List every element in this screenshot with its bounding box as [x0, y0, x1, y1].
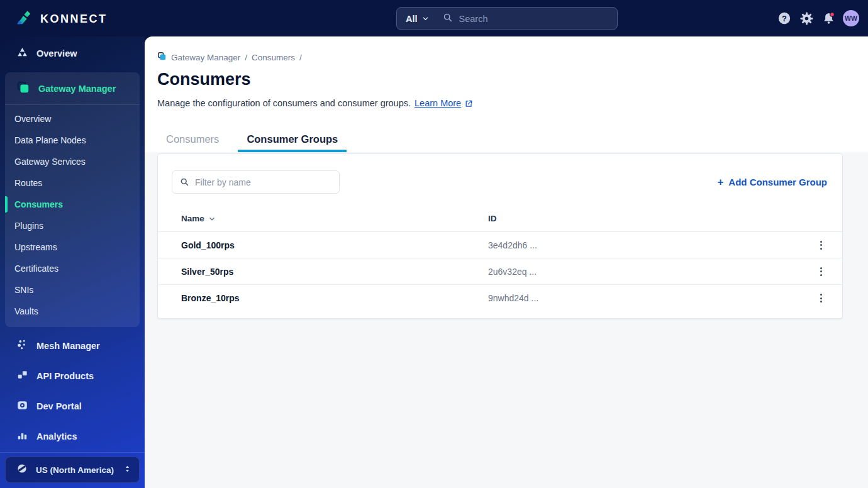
- sidebar-item-api-products[interactable]: API Products: [0, 361, 145, 391]
- help-icon[interactable]: ?: [777, 11, 792, 26]
- sidebar-item-label: API Products: [36, 371, 94, 381]
- user-avatar[interactable]: WW: [843, 10, 859, 26]
- subnav-item-snis[interactable]: SNIs: [5, 279, 140, 301]
- table-row[interactable]: Bronze_10rps 9nwhd24d ...: [158, 285, 842, 311]
- sidebar-item-label: Mesh Manager: [36, 341, 100, 351]
- sidebar-item-overview[interactable]: Overview: [0, 40, 145, 67]
- subnav-item-certificates[interactable]: Certificates: [5, 258, 140, 279]
- settings-gear-icon[interactable]: [799, 11, 814, 26]
- breadcrumb-separator: /: [245, 53, 247, 62]
- search-scope-dropdown[interactable]: All: [406, 14, 429, 24]
- row-id: 2u6v32eq ...: [488, 267, 815, 277]
- global-search[interactable]: All: [396, 7, 618, 30]
- column-header-name[interactable]: Name: [181, 214, 488, 223]
- row-id: 3e4d2dh6 ...: [488, 240, 815, 250]
- consumer-groups-card: + Add Consumer Group Name ID Gold_100rps…: [157, 153, 843, 319]
- search-icon: [180, 177, 189, 187]
- table-row[interactable]: Gold_100rps 3e4d2dh6 ...: [158, 232, 842, 258]
- row-name[interactable]: Gold_100rps: [181, 240, 488, 250]
- sort-chevron-icon: [208, 215, 216, 223]
- gateway-manager-breadcrumb-icon: [157, 52, 167, 63]
- notifications-bell-icon[interactable]: [821, 11, 836, 26]
- sidebar-item-gateway-manager[interactable]: Gateway Manager: [5, 72, 140, 105]
- region-label: US (North America): [36, 465, 114, 475]
- main-content: Gateway Manager / Consumers / Consumers …: [145, 36, 868, 488]
- topbar-actions: ? WW: [777, 0, 859, 36]
- consumer-groups-table: Name ID Gold_100rps 3e4d2dh6 ... Silver_…: [158, 206, 842, 311]
- subnav-item-routes[interactable]: Routes: [5, 172, 140, 194]
- add-consumer-group-button[interactable]: + Add Consumer Group: [717, 176, 827, 189]
- filter-by-name-input[interactable]: [195, 177, 327, 187]
- sidebar-item-label: Analytics: [36, 431, 77, 441]
- breadcrumb: Gateway Manager / Consumers /: [157, 52, 843, 63]
- sidebar-item-label: Gateway Manager: [38, 84, 116, 94]
- page-title: Consumers: [157, 70, 843, 88]
- globe-icon: [16, 463, 28, 477]
- gateway-manager-section: Gateway Manager Overview Data Plane Node…: [5, 72, 140, 327]
- updown-caret-icon: [123, 464, 131, 476]
- subnav-item-data-plane-nodes[interactable]: Data Plane Nodes: [5, 130, 140, 151]
- row-actions-kebab-icon[interactable]: [818, 238, 825, 252]
- breadcrumb-separator: /: [299, 53, 302, 62]
- search-icon: [443, 13, 453, 25]
- table-toolbar: + Add Consumer Group: [158, 154, 842, 206]
- svg-text:?: ?: [782, 14, 787, 23]
- sidebar-item-label: Overview: [36, 48, 77, 58]
- dev-portal-icon: [16, 399, 28, 413]
- page-header: Gateway Manager / Consumers / Consumers …: [145, 36, 868, 152]
- chevron-down-icon: [422, 15, 429, 22]
- content-body: + Add Consumer Group Name ID Gold_100rps…: [145, 152, 868, 488]
- kong-logo-icon: [14, 8, 33, 30]
- table-header-row: Name ID: [158, 206, 842, 232]
- plus-icon: +: [717, 176, 723, 189]
- row-actions-kebab-icon[interactable]: [818, 265, 825, 279]
- active-indicator: [5, 196, 8, 213]
- brand-wordmark: KONNECT: [40, 13, 108, 26]
- tab-bar: Consumers Consumer Groups: [157, 129, 843, 152]
- region-selector-area: US (North America): [0, 452, 145, 488]
- search-input[interactable]: [459, 14, 585, 24]
- analytics-icon: [16, 430, 28, 443]
- tab-consumer-groups[interactable]: Consumer Groups: [238, 129, 347, 152]
- sidebar-lower-nav: Mesh Manager API Products Dev Portal Ana…: [0, 331, 145, 452]
- brand-logo[interactable]: KONNECT: [14, 8, 108, 30]
- topbar: KONNECT All ? WW: [0, 0, 868, 36]
- gateway-manager-subnav: Overview Data Plane Nodes Gateway Servic…: [5, 105, 140, 327]
- region-selector[interactable]: US (North America): [5, 457, 140, 483]
- row-id: 9nwhd24d ...: [488, 293, 815, 303]
- sidebar-item-analytics[interactable]: Analytics: [0, 421, 145, 452]
- row-name[interactable]: Bronze_10rps: [181, 293, 488, 303]
- sidebar-item-dev-portal[interactable]: Dev Portal: [0, 391, 145, 421]
- subnav-item-gateway-services[interactable]: Gateway Services: [5, 151, 140, 172]
- tab-consumers[interactable]: Consumers: [157, 129, 228, 152]
- subnav-item-vaults[interactable]: Vaults: [5, 301, 140, 322]
- subnav-item-consumers[interactable]: Consumers: [5, 194, 140, 215]
- subnav-item-plugins[interactable]: Plugins: [5, 215, 140, 236]
- subnav-item-upstreams[interactable]: Upstreams: [5, 236, 140, 258]
- sidebar: Overview Gateway Manager Overview Data P…: [0, 36, 145, 488]
- breadcrumb-item-consumers[interactable]: Consumers: [252, 53, 295, 62]
- learn-more-link[interactable]: Learn More: [415, 97, 473, 109]
- overview-icon: [16, 47, 28, 60]
- row-name[interactable]: Silver_50rps: [181, 267, 488, 277]
- mesh-manager-icon: [16, 339, 28, 353]
- table-row[interactable]: Silver_50rps 2u6v32eq ...: [158, 258, 842, 285]
- page-description: Manage the configuration of consumers an…: [157, 97, 843, 109]
- breadcrumb-item-gateway-manager[interactable]: Gateway Manager: [171, 53, 240, 62]
- subnav-item-overview[interactable]: Overview: [5, 108, 140, 130]
- sidebar-item-label: Dev Portal: [36, 401, 82, 411]
- column-header-id: ID: [488, 214, 815, 223]
- row-actions-kebab-icon[interactable]: [818, 291, 825, 305]
- filter-field[interactable]: [172, 170, 340, 194]
- api-products-icon: [16, 369, 28, 383]
- external-link-icon: [464, 99, 473, 108]
- gateway-manager-icon: [16, 80, 30, 97]
- sidebar-item-mesh-manager[interactable]: Mesh Manager: [0, 331, 145, 361]
